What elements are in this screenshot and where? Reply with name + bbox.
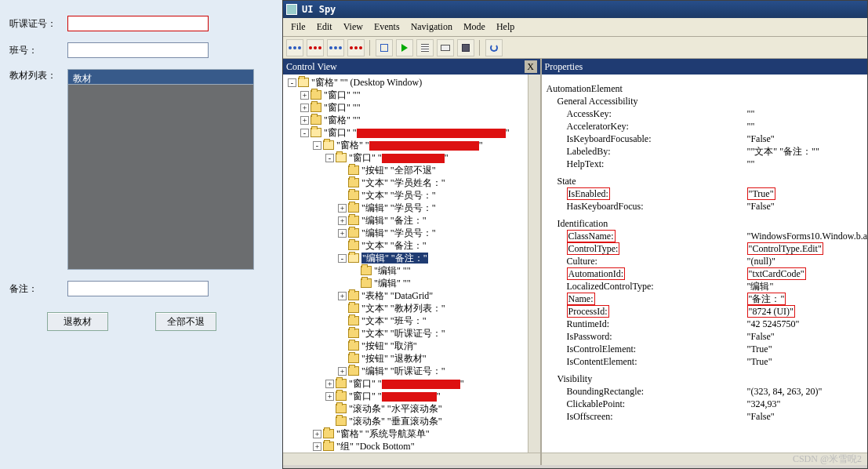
expander-icon[interactable]: + xyxy=(338,216,347,225)
expander-icon[interactable]: + xyxy=(338,229,347,238)
tree-row[interactable]: "滚动条" "垂直滚动条" xyxy=(288,415,539,427)
tb-rect-icon[interactable] xyxy=(376,39,393,56)
cardno-input[interactable] xyxy=(67,16,209,31)
tree-row[interactable]: -"编辑" "备注：" xyxy=(288,252,539,264)
menu-view[interactable]: View xyxy=(339,20,368,35)
folder-icon xyxy=(348,316,359,325)
tb-refresh-icon[interactable] xyxy=(485,39,503,56)
return-mat-button[interactable]: 退教材 xyxy=(47,312,108,331)
titlebar[interactable]: UI Spy xyxy=(283,1,867,18)
expander-icon[interactable]: + xyxy=(325,380,334,388)
expander-icon[interactable]: + xyxy=(300,104,309,112)
tree-row[interactable]: "文本" "学员号：" xyxy=(288,189,539,202)
window-title: UI Spy xyxy=(302,4,336,15)
tb-tree-red-icon[interactable] xyxy=(307,39,324,56)
tree-row[interactable]: "文本" "听课证号：" xyxy=(288,327,539,340)
tree-row[interactable]: +"窗口" "" xyxy=(288,390,539,402)
expander-icon[interactable]: - xyxy=(325,154,334,162)
tree-row[interactable]: -"窗口" "" xyxy=(288,126,539,139)
tree-label: "编辑" "备注：" xyxy=(361,252,428,264)
prop-body[interactable]: AutomationElementGeneral AccessibilityAc… xyxy=(542,75,867,453)
prop-row: Identification xyxy=(547,217,867,230)
tree-row[interactable]: "按钮" "退教材" xyxy=(288,352,539,365)
folder-icon xyxy=(323,442,334,451)
tree-body[interactable]: -"窗格" "" (Desktop Window)+"窗口" ""+"窗口" "… xyxy=(283,75,540,453)
expander-icon[interactable]: + xyxy=(338,367,347,376)
expander-icon[interactable]: + xyxy=(313,430,321,438)
tree-row[interactable]: +"组" "Dock Bottom" xyxy=(288,440,539,453)
tree-row[interactable]: "文本" "学员姓名：" xyxy=(288,176,539,189)
expander-icon[interactable]: + xyxy=(325,392,334,401)
expander-icon[interactable]: - xyxy=(300,129,309,137)
menu-file[interactable]: File xyxy=(286,20,311,35)
tb-tree2-red-icon[interactable] xyxy=(347,39,365,56)
classno-input[interactable] xyxy=(67,42,209,58)
tree-label: "编辑" "学员号：" xyxy=(361,227,436,239)
tb-disk-icon[interactable] xyxy=(457,39,474,56)
tree-row[interactable]: +"表格" "DataGrid" xyxy=(288,289,539,302)
tree-label: "按钮" "取消" xyxy=(361,340,417,352)
tree-row[interactable]: "编辑" "" xyxy=(288,264,539,277)
tree-row[interactable]: -"窗口" "" xyxy=(288,151,539,164)
tb-list-icon[interactable] xyxy=(416,39,434,56)
expander-icon[interactable]: + xyxy=(338,292,347,300)
tree-row[interactable]: +"编辑" "学员号：" xyxy=(288,227,539,239)
tree-row[interactable]: "按钮" "取消" xyxy=(288,340,539,352)
expander-icon[interactable]: + xyxy=(313,442,321,451)
no-return-all-button[interactable]: 全部不退 xyxy=(155,312,216,331)
tree-label: "表格" "DataGrid" xyxy=(361,289,433,302)
menu-edit[interactable]: Edit xyxy=(312,20,337,35)
tree-row[interactable]: "文本" "备注：" xyxy=(288,239,539,252)
expander-icon[interactable]: + xyxy=(338,204,347,213)
expander-icon[interactable]: - xyxy=(313,141,321,150)
tree-row[interactable]: "按钮" "全部不退" xyxy=(288,164,539,176)
folder-icon xyxy=(323,429,334,438)
tree-row[interactable]: +"窗格" "" xyxy=(288,114,539,126)
folder-icon xyxy=(348,191,359,200)
prop-row: IsPassword:"False" xyxy=(547,330,867,343)
tree-row[interactable]: +"编辑" "备注：" xyxy=(288,214,539,227)
tree-row[interactable]: "文本" "班号：" xyxy=(288,314,539,327)
folder-icon xyxy=(348,203,359,213)
tree-row[interactable]: +"编辑" "听课证号：" xyxy=(288,365,539,377)
tb-play-icon[interactable] xyxy=(396,39,413,56)
tree-row[interactable]: "滚动条" "水平滚动条" xyxy=(288,402,539,415)
prop-row: Name:"备注：" xyxy=(547,293,867,305)
folder-icon xyxy=(336,379,347,388)
tree-close-button[interactable]: X xyxy=(525,60,537,73)
menu-events[interactable]: Events xyxy=(369,20,405,35)
tree-row[interactable]: "编辑" "" xyxy=(288,277,539,289)
tree-row[interactable]: +"编辑" "学员号：" xyxy=(288,202,539,214)
menu-navigation[interactable]: Navigation xyxy=(406,20,457,35)
tree-row[interactable]: -"窗格" "" xyxy=(288,139,539,151)
expander-icon[interactable]: - xyxy=(288,78,296,87)
tree-row[interactable]: +"窗口" "" xyxy=(288,377,539,390)
tree-row[interactable]: +"窗口" "" xyxy=(288,89,539,101)
remark-input[interactable] xyxy=(67,281,209,296)
tb-tree2-blue-icon[interactable] xyxy=(327,39,344,56)
expander-icon[interactable]: + xyxy=(300,116,309,125)
tree-label: "窗格" "" (Desktop Window) xyxy=(311,76,422,89)
tree-scroll-v[interactable] xyxy=(528,75,540,453)
menu-mode[interactable]: Mode xyxy=(459,20,490,35)
tree-label: "窗口" "" xyxy=(324,126,510,139)
expander-icon[interactable]: - xyxy=(338,254,347,263)
tree-row[interactable]: +"窗口" "" xyxy=(288,101,539,114)
mat-list[interactable] xyxy=(67,85,254,270)
folder-icon xyxy=(348,178,359,187)
tree-row[interactable]: "文本" "教材列表：" xyxy=(288,302,539,314)
tree-row[interactable]: -"窗格" "" (Desktop Window) xyxy=(288,76,539,89)
folder-icon xyxy=(348,354,359,363)
prop-row: RuntimeId:"42 5245750" xyxy=(547,318,867,330)
classno-label: 班号： xyxy=(6,44,67,57)
tb-tree-blue-icon[interactable] xyxy=(286,39,303,56)
uispy-window: UI Spy FileEditViewEventsNavigationModeH… xyxy=(282,0,868,469)
tree-row[interactable]: +"窗格" "系统导航菜单" xyxy=(288,427,539,440)
folder-icon xyxy=(323,140,334,150)
menu-help[interactable]: Help xyxy=(492,20,519,35)
remark-label: 备注： xyxy=(6,282,67,296)
tb-kb-icon[interactable] xyxy=(437,39,454,56)
tree-scroll-h[interactable] xyxy=(283,453,540,465)
tree-label: "窗口" "" xyxy=(349,377,464,390)
expander-icon[interactable]: + xyxy=(300,91,309,100)
